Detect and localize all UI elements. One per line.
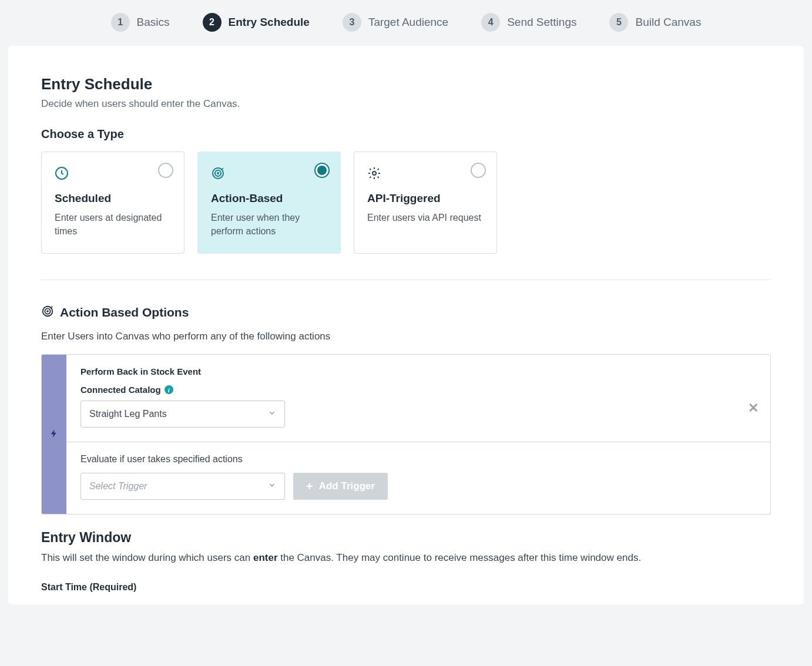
step-build-canvas[interactable]: 5 Build Canvas [609, 13, 701, 32]
step-label: Target Audience [368, 16, 448, 29]
svg-point-4 [373, 171, 376, 175]
type-cards-row: Scheduled Enter users at designated time… [41, 152, 771, 254]
clock-icon [55, 166, 171, 183]
step-entry-schedule[interactable]: 2 Entry Schedule [203, 13, 310, 32]
evaluate-text: Evaluate if user takes specified actions [80, 454, 756, 465]
chevron-down-icon [268, 409, 276, 419]
type-card-title: Action-Based [211, 192, 327, 205]
plus-icon: + [306, 480, 313, 492]
action-options-subtitle: Enter Users into Canvas who perform any … [41, 331, 771, 342]
chevron-down-icon [268, 481, 276, 492]
type-card-action-based[interactable]: Action-Based Enter user when they perfor… [197, 152, 341, 254]
add-trigger-button[interactable]: + Add Trigger [293, 473, 388, 500]
choose-type-title: Choose a Type [41, 127, 771, 141]
step-label: Entry Schedule [229, 16, 310, 29]
gear-icon [367, 166, 484, 183]
trigger-body: Perform Back in Stock Event Connected Ca… [66, 355, 770, 514]
radio-unselected[interactable] [471, 163, 486, 178]
page-title: Entry Schedule [41, 75, 771, 93]
step-number: 4 [481, 13, 500, 32]
target-icon [41, 305, 54, 320]
catalog-select[interactable]: Straight Leg Pants [80, 401, 285, 428]
step-number: 3 [343, 13, 361, 32]
type-card-desc: Enter users via API request [367, 211, 484, 224]
step-number: 1 [111, 13, 130, 32]
step-basics[interactable]: 1 Basics [111, 13, 170, 32]
remove-trigger-button[interactable]: ✕ [748, 401, 759, 416]
step-send-settings[interactable]: 4 Send Settings [481, 13, 576, 32]
svg-point-7 [47, 311, 48, 312]
section-divider [41, 280, 771, 280]
trigger-lower: Evaluate if user takes specified actions… [66, 442, 770, 514]
info-icon[interactable]: i [165, 385, 173, 394]
entry-window-text-post: the Canvas. They may continue to receive… [278, 552, 642, 563]
catalog-label: Connected Catalog [80, 385, 161, 395]
action-options-title: Action Based Options [60, 305, 189, 319]
radio-unselected[interactable] [158, 163, 173, 178]
step-label: Basics [137, 16, 170, 29]
main-card: Entry Schedule Decide when users should … [8, 46, 804, 604]
trigger-box: Perform Back in Stock Event Connected Ca… [41, 354, 771, 514]
event-heading: Perform Back in Stock Event [80, 366, 756, 376]
wizard-stepper: 1 Basics 2 Entry Schedule 3 Target Audie… [0, 0, 812, 46]
step-number: 2 [203, 13, 222, 32]
svg-point-3 [217, 173, 219, 174]
step-number: 5 [609, 13, 628, 32]
entry-window-text-bold: enter [253, 552, 278, 563]
start-time-label: Start Time (Required) [41, 582, 771, 593]
target-icon [211, 166, 327, 183]
trigger-stripe [42, 355, 66, 514]
catalog-label-row: Connected Catalog i [80, 385, 756, 395]
radio-selected[interactable] [314, 163, 330, 178]
type-card-scheduled[interactable]: Scheduled Enter users at designated time… [41, 152, 184, 254]
action-options-header: Action Based Options [41, 305, 771, 320]
add-trigger-label: Add Trigger [319, 480, 375, 492]
bolt-icon [49, 427, 59, 442]
trigger-select[interactable]: Select Trigger [80, 473, 285, 500]
catalog-select-value: Straight Leg Pants [89, 409, 167, 419]
type-card-desc: Enter users at designated times [55, 211, 171, 238]
page-subtitle: Decide when users should enter the Canva… [41, 98, 771, 110]
entry-window-text: This will set the window during which us… [41, 550, 771, 566]
trigger-select-placeholder: Select Trigger [89, 481, 147, 492]
step-target-audience[interactable]: 3 Target Audience [343, 13, 448, 32]
entry-window-text-pre: This will set the window during which us… [41, 552, 253, 563]
step-label: Build Canvas [635, 16, 701, 29]
type-card-title: Scheduled [55, 192, 171, 205]
step-label: Send Settings [507, 16, 576, 29]
type-card-api-triggered[interactable]: API-Triggered Enter users via API reques… [354, 152, 497, 254]
type-card-desc: Enter user when they perform actions [211, 211, 327, 238]
entry-window-title: Entry Window [41, 530, 771, 546]
trigger-upper: Perform Back in Stock Event Connected Ca… [66, 355, 770, 442]
type-card-title: API-Triggered [367, 192, 484, 205]
